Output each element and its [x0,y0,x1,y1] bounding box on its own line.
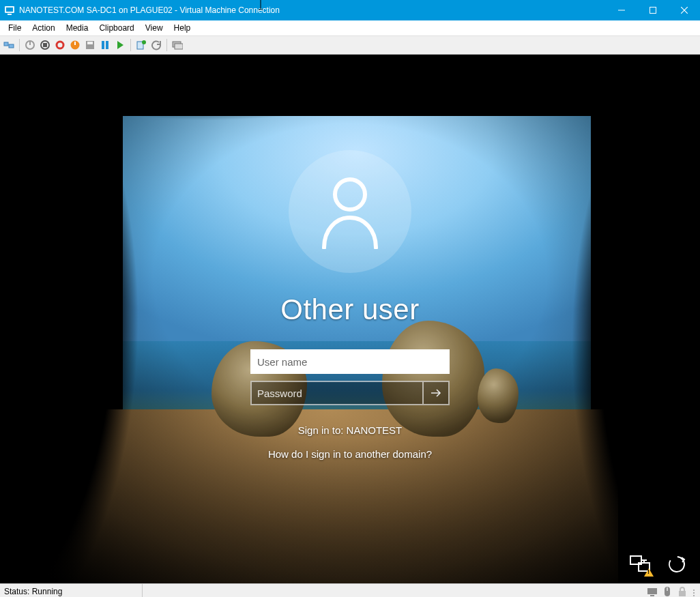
svg-rect-2 [8,14,12,15]
status-bar: Status: Running [0,583,700,597]
status-mouse-icon [662,586,673,597]
window-minimize-button[interactable] [606,0,637,20]
svg-point-20 [335,179,365,209]
svg-point-31 [693,595,695,596]
submit-arrow-button[interactable] [424,381,450,405]
username-input[interactable] [250,349,450,374]
status-lock-icon [677,586,688,597]
reset-icon[interactable] [69,39,81,51]
svg-rect-3 [650,8,656,14]
password-input[interactable] [250,381,424,405]
menu-action[interactable]: Action [27,22,60,34]
save-icon[interactable] [84,39,96,51]
menu-help[interactable]: Help [169,22,196,34]
svg-rect-14 [102,41,104,49]
svg-rect-4 [4,42,8,46]
app-icon [4,5,15,16]
window-titlebar: NANOTEST.COM SA-DC1 on PLAGUE02 - Virtua… [0,0,700,20]
checkpoint-icon[interactable] [135,39,147,51]
enhanced-session-icon[interactable] [171,39,184,51]
svg-rect-1 [6,8,13,12]
revert-icon[interactable] [150,39,162,51]
svg-point-10 [58,43,63,48]
svg-point-29 [693,589,695,591]
other-domain-link[interactable]: How do I sign in to another domain? [268,448,432,460]
shutdown-icon[interactable] [54,39,66,51]
menu-file[interactable]: File [3,22,27,34]
vm-display[interactable]: Other user Sign in to: NANOTEST How do I… [0,55,700,583]
status-grip-icon [692,586,696,597]
svg-rect-25 [650,595,654,596]
window-maximize-button[interactable] [637,0,669,20]
window-close-button[interactable] [669,0,700,20]
toolbar [0,35,700,55]
menu-view[interactable]: View [140,22,169,34]
user-avatar-icon [289,150,411,273]
warning-badge-icon [644,568,654,577]
window-title: NANOTEST.COM SA-DC1 on PLAGUE02 - Virtua… [19,5,280,15]
svg-point-23 [667,555,688,574]
svg-point-17 [142,40,146,44]
sign-in-to-label: Sign in to: NANOTEST [298,424,403,436]
play-icon[interactable] [114,39,126,51]
status-display-icon [647,586,658,597]
svg-rect-8 [43,43,47,47]
status-divider [142,584,143,597]
svg-rect-19 [175,44,183,49]
start-icon[interactable] [24,39,36,51]
turnoff-icon[interactable] [39,39,51,51]
svg-point-30 [693,592,695,594]
menu-media[interactable]: Media [61,22,94,34]
svg-rect-28 [679,591,686,596]
svg-rect-27 [667,587,667,591]
svg-rect-15 [106,41,108,49]
ctrl-alt-del-icon[interactable] [3,39,15,51]
menu-bar: File Action Media Clipboard View Help [0,20,700,35]
pause-icon[interactable] [99,39,111,51]
network-icon[interactable] [629,555,651,574]
login-user-title: Other user [280,293,419,326]
login-panel: Other user Sign in to: NANOTEST How do I… [227,150,473,460]
svg-rect-13 [87,42,93,44]
menu-clipboard[interactable]: Clipboard [93,22,139,34]
svg-rect-5 [9,44,14,48]
svg-rect-24 [647,588,657,594]
status-text: Status: Running [4,587,62,596]
ease-of-access-icon[interactable] [666,555,688,574]
